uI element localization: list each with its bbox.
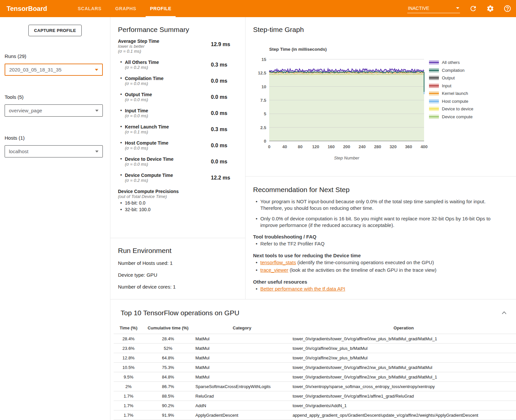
- list-item: 32-bit: 100.0: [118, 206, 245, 213]
- cell-cumulative: 91.9%: [143, 410, 193, 420]
- svg-text:200: 200: [343, 144, 350, 149]
- column-header: Operation: [290, 323, 516, 334]
- svg-text:160: 160: [328, 144, 335, 149]
- table-row[interactable]: 1.7% 90.2% AddN tower_0/v/gradients/AddN…: [114, 401, 516, 410]
- runs-dropdown-value: 2020_03_05_18_31_35: [9, 67, 62, 72]
- chevron-down-icon: [95, 151, 99, 153]
- runs-label: Runs (29): [5, 53, 110, 59]
- cell-operation: tower_0/v/cg/affine0/xw_plus_b/MatMul: [290, 344, 516, 353]
- resource-link-item: Better performance with the tf.data API: [253, 286, 508, 292]
- tools-dropdown[interactable]: overview_page: [5, 104, 103, 117]
- cell-category: SparseSoftmaxCrossEntropyWithLogits: [193, 382, 290, 391]
- cell-category: MatMul: [193, 344, 290, 353]
- cell-operation: tower_0/v/gradients/tower_0/v/cg/affine2…: [290, 363, 516, 372]
- step-time-chart: 02.557.51012.515040801201602002402803203…: [253, 34, 428, 165]
- cell-operation: tower_0/v/gradients/tower_0/v/cg/affine2…: [290, 372, 516, 382]
- device-compute-precisions: Device Compute Precisions (out of Total …: [118, 189, 245, 213]
- settings-gear-icon[interactable]: [486, 5, 494, 13]
- cell-category: MatMul: [193, 363, 290, 372]
- table-row[interactable]: 10.5% 75.3% MatMul tower_0/v/gradients/t…: [114, 363, 516, 372]
- metric-value: 12.9 ms: [211, 42, 230, 47]
- tool-link[interactable]: trace_viewer: [260, 267, 288, 273]
- recommendation-title: Recommendation for Next Step: [253, 186, 516, 194]
- perf-summary-item: Input Time (σ = 0.0 ms) 0.0 ms: [118, 108, 237, 118]
- legend-item: Kernel launch: [429, 91, 473, 96]
- legend-swatch: [429, 99, 439, 103]
- refresh-icon[interactable]: [469, 5, 477, 13]
- svg-text:80: 80: [298, 144, 302, 149]
- help-icon[interactable]: [503, 5, 511, 13]
- legend-swatch: [429, 76, 439, 80]
- cell-time: 28.4%: [114, 334, 143, 344]
- tools-dropdown-value: overview_page: [9, 108, 42, 113]
- svg-text:5: 5: [264, 111, 266, 116]
- hosts-label: Hosts (1): [5, 135, 110, 141]
- legend-swatch: [429, 115, 439, 119]
- svg-text:7.5: 7.5: [260, 98, 266, 103]
- legend-item: Device compute: [429, 114, 473, 119]
- collapse-chevron-up-icon[interactable]: [502, 311, 507, 315]
- svg-text:240: 240: [358, 144, 366, 149]
- cell-time: 2%: [114, 382, 143, 391]
- step-time-graph-title: Step-time Graph: [253, 26, 516, 34]
- precisions-note: (out of Total Device Time): [118, 194, 245, 199]
- top-ops-title: Top 10 TensorFlow operations on GPU: [121, 309, 502, 317]
- table-row[interactable]: 9.5% 84.8% MatMul tower_0/v/gradients/to…: [114, 372, 516, 382]
- metric-value: 12.2 ms: [211, 175, 230, 181]
- tab-profile[interactable]: PROFILE: [143, 0, 178, 17]
- resource-link[interactable]: Better performance with the tf.data API: [260, 286, 345, 292]
- legend-swatch: [429, 84, 439, 88]
- table-row[interactable]: 1.7% 91.9% ApplyGradientDescent append_a…: [114, 410, 516, 420]
- perf-summary-item: Output Time (σ = 0.0 ms) 0.0 ms: [118, 92, 237, 102]
- tab-graphs[interactable]: GRAPHS: [108, 0, 143, 17]
- cell-operation: tower_0/v/gradients/tower_0/v/cg/affine0…: [290, 334, 516, 344]
- cell-cumulative: 75.3%: [143, 363, 193, 372]
- cell-time: 1.7%: [114, 391, 143, 401]
- cell-cumulative: 88.5%: [143, 391, 193, 401]
- cell-category: ReluGrad: [193, 391, 290, 401]
- run-environment-title: Run Environment: [118, 247, 245, 255]
- status-dropdown[interactable]: INACTIVE: [407, 4, 460, 13]
- tool-link-item: trace_viewer (look at the activities on …: [253, 267, 508, 273]
- cell-cumulative: 84.8%: [143, 372, 193, 382]
- metric-value: 0.3 ms: [211, 126, 227, 132]
- status-dropdown-value: INACTIVE: [408, 6, 429, 11]
- legend-item: Output: [429, 75, 473, 80]
- svg-text:Step Time (in milliseconds): Step Time (in milliseconds): [269, 47, 327, 52]
- hosts-dropdown-value: localhost: [9, 149, 28, 154]
- legend-item: Compilation: [429, 68, 473, 73]
- svg-text:2.5: 2.5: [260, 125, 266, 130]
- table-row[interactable]: 2% 86.7% SparseSoftmaxCrossEntropyWithLo…: [114, 382, 516, 391]
- legend-label: All others: [442, 60, 460, 65]
- cell-category: MatMul: [193, 372, 290, 382]
- legend-item: All others: [429, 60, 473, 65]
- cell-category: AddN: [193, 401, 290, 410]
- tool-link[interactable]: tensorflow_stats: [260, 260, 296, 265]
- hosts-dropdown[interactable]: localhost: [5, 145, 103, 157]
- runs-dropdown[interactable]: 2020_03_05_18_31_35: [5, 64, 103, 76]
- run-env-line: Device type: GPU: [118, 272, 245, 278]
- svg-text:280: 280: [374, 144, 381, 149]
- table-row[interactable]: 28.4% 28.4% MatMul tower_0/v/gradients/t…: [114, 334, 516, 344]
- precisions-title: Device Compute Precisions: [118, 189, 245, 194]
- svg-text:0: 0: [264, 139, 266, 144]
- svg-text:0: 0: [268, 144, 270, 149]
- svg-text:40: 40: [282, 144, 287, 149]
- table-row[interactable]: 1.7% 88.5% ReluGrad tower_0/v/gradients/…: [114, 391, 516, 401]
- column-header: Cumulative time (%): [143, 323, 193, 334]
- svg-text:120: 120: [312, 144, 319, 149]
- svg-text:10: 10: [262, 84, 266, 89]
- column-header: Time (%): [114, 323, 143, 334]
- resources-title: Other useful resources: [253, 279, 516, 285]
- svg-text:360: 360: [405, 144, 412, 149]
- capture-profile-button[interactable]: CAPTURE PROFILE: [28, 25, 81, 36]
- app-title: TensorBoard: [7, 5, 47, 13]
- cell-cumulative: 28.4%: [143, 334, 193, 344]
- metric-value: 0.0 ms: [211, 143, 227, 149]
- table-row[interactable]: 12.8% 64.8% MatMul tower_0/v/cg/affine2/…: [114, 353, 516, 363]
- table-row[interactable]: 23.6% 52% MatMul tower_0/v/cg/affine0/xw…: [114, 344, 516, 353]
- chevron-down-icon: [456, 7, 459, 9]
- tab-scalars[interactable]: SCALARS: [71, 0, 108, 17]
- metric-value: 0.0 ms: [211, 159, 227, 165]
- app-toolbar: TensorBoard SCALARSGRAPHSPROFILE INACTIV…: [0, 0, 516, 17]
